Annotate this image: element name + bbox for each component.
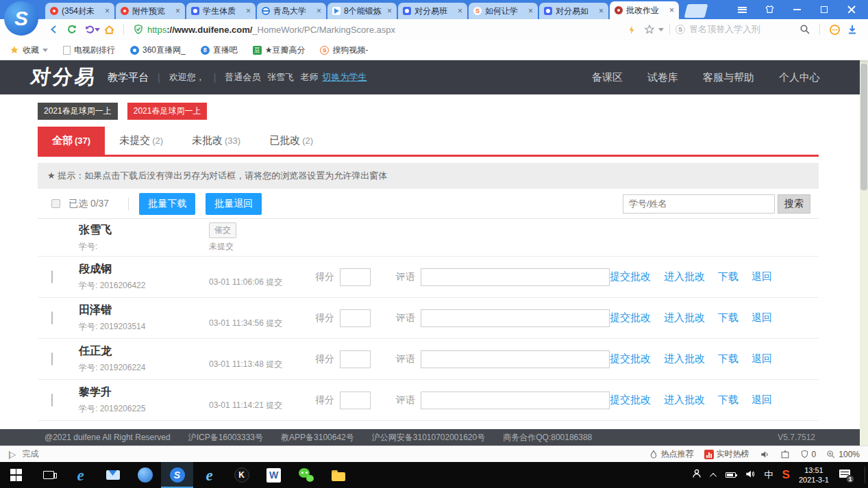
enter-marking-link[interactable]: 进入批改: [664, 311, 705, 324]
taskbar-blue-app[interactable]: [129, 462, 161, 488]
download-link[interactable]: 下载: [718, 311, 739, 324]
bookmark-item[interactable]: 电视剧排行: [63, 44, 115, 56]
zoom-control[interactable]: 100%: [826, 450, 860, 459]
adblock-counter[interactable]: 0: [800, 450, 817, 459]
tab-close-icon[interactable]: ×: [387, 6, 392, 16]
browser-tab-1[interactable]: (354封未 ×: [45, 3, 114, 19]
new-tab-button[interactable]: [684, 4, 708, 18]
maximize-icon[interactable]: [819, 4, 830, 15]
tab-close-icon[interactable]: ×: [317, 6, 321, 16]
browser-tab-7[interactable]: S 如何让学 ×: [469, 3, 538, 19]
start-button[interactable]: [0, 462, 32, 488]
smiley-icon[interactable]: [826, 21, 843, 38]
taskbar-wechat[interactable]: [290, 462, 322, 488]
browser-tab-3[interactable]: 学生体质 ×: [186, 3, 256, 19]
sogou-ime-icon[interactable]: S: [782, 468, 790, 482]
tab-close-icon[interactable]: ×: [669, 5, 674, 15]
ime-indicator[interactable]: 中: [765, 469, 773, 481]
action-center-button[interactable]: 1: [838, 468, 853, 482]
taskbar-explorer[interactable]: [322, 462, 354, 488]
row-checkbox[interactable]: [51, 352, 53, 365]
lightning-icon[interactable]: [623, 21, 641, 38]
enter-marking-link[interactable]: 进入批改: [664, 352, 705, 365]
bookmark-item[interactable]: 8 直播吧: [201, 44, 238, 56]
comment-input[interactable]: [421, 350, 610, 368]
taskbar-clock[interactable]: 13:51 2021-3-1: [799, 465, 829, 485]
return-link[interactable]: 退回: [752, 311, 772, 324]
search-suggestion[interactable]: 冒名顶替入学入刑: [689, 23, 792, 36]
url-field[interactable]: https://www.duifene.com/_HomeWork/PC/Mar…: [147, 25, 623, 35]
refresh-icon[interactable]: [63, 21, 81, 38]
submit-marking-link[interactable]: 提交批改: [610, 270, 651, 283]
switch-to-student-link[interactable]: 切换为学生: [323, 71, 367, 84]
taskbar-ie-2[interactable]: e: [193, 462, 225, 488]
class-tag[interactable]: 2021春足球周一上: [38, 103, 118, 120]
capture-icon[interactable]: [780, 450, 790, 459]
browser-tab-2[interactable]: 附件预览 ×: [116, 3, 185, 19]
browser-tab-5[interactable]: 8个能锻炼 ×: [327, 3, 397, 19]
tab-not-marked[interactable]: 未批改(33): [177, 127, 255, 155]
download-link[interactable]: 下载: [718, 270, 739, 283]
submit-marking-link[interactable]: 提交批改: [610, 352, 651, 365]
return-link[interactable]: 退回: [752, 394, 772, 407]
browser-tab-active[interactable]: 批改作业 ×: [610, 1, 679, 19]
taskbar-sogou-browser[interactable]: S: [161, 462, 193, 488]
favorites-menu[interactable]: 收藏: [10, 44, 48, 56]
download-link[interactable]: 下载: [718, 352, 739, 365]
row-checkbox[interactable]: [51, 394, 53, 407]
search-button[interactable]: 搜索: [778, 194, 810, 214]
browser-tab-4[interactable]: 青岛大学 ×: [257, 3, 326, 19]
row-checkbox[interactable]: [51, 311, 53, 324]
nav-personal-center[interactable]: 个人中心: [779, 71, 820, 84]
minimize-icon[interactable]: [791, 4, 802, 15]
tray-expand-icon[interactable]: [710, 472, 717, 479]
tab-marked[interactable]: 已批改(2): [255, 127, 327, 155]
comment-input[interactable]: [421, 268, 610, 286]
bookmark-item[interactable]: S 搜狗视频-: [320, 44, 368, 56]
close-icon[interactable]: [846, 4, 857, 15]
row-checkbox[interactable]: [51, 270, 53, 283]
enter-marking-link[interactable]: 进入批改: [664, 394, 705, 407]
tab-not-submitted[interactable]: 未提交(2): [105, 127, 177, 155]
show-desktop-button[interactable]: [865, 467, 865, 483]
batch-download-button[interactable]: 批量下载: [139, 193, 195, 215]
nav-prepare[interactable]: 备课区: [592, 71, 623, 84]
class-tag-active[interactable]: 2021春足球周一上: [127, 103, 208, 120]
bookmark-item[interactable]: 豆 ★豆瓣高分: [253, 44, 306, 56]
search-icon[interactable]: [796, 21, 814, 38]
sogou-browser-logo-icon[interactable]: S: [4, 1, 38, 36]
select-all-checkbox[interactable]: [51, 199, 60, 208]
back-icon[interactable]: [45, 21, 63, 38]
shield-icon[interactable]: [129, 21, 147, 38]
submit-marking-link[interactable]: 提交批改: [610, 394, 651, 407]
bookmark-item[interactable]: 360直播网_: [130, 44, 186, 56]
page-scrollbar[interactable]: [860, 60, 868, 446]
tab-close-icon[interactable]: ×: [458, 6, 462, 16]
batch-return-button[interactable]: 批量退回: [206, 193, 262, 215]
urge-submit-button[interactable]: 催交: [209, 222, 236, 238]
comment-input[interactable]: [421, 309, 610, 327]
browser-tab-8[interactable]: 对分易如 ×: [539, 3, 608, 19]
nav-support[interactable]: 客服与帮助: [703, 71, 754, 84]
scrollbar-thumb[interactable]: [860, 64, 867, 190]
tab-close-icon[interactable]: ×: [246, 6, 251, 16]
taskbar-word[interactable]: W: [258, 462, 290, 488]
download-link[interactable]: 下载: [718, 394, 739, 407]
enter-marking-link[interactable]: 进入批改: [664, 270, 705, 283]
student-search-input[interactable]: [623, 194, 775, 214]
nav-exam-bank[interactable]: 试卷库: [647, 71, 678, 84]
download-icon[interactable]: [843, 21, 861, 38]
task-view-button[interactable]: [32, 462, 64, 488]
browser-tab-6[interactable]: 对分易班 ×: [398, 3, 467, 19]
return-link[interactable]: 退回: [752, 270, 772, 283]
score-input[interactable]: [340, 268, 371, 286]
mute-icon[interactable]: [760, 450, 770, 459]
skin-icon[interactable]: [764, 4, 775, 15]
live-hot-list-button[interactable]: 实时热榜: [704, 448, 749, 460]
taskbar-ie[interactable]: e: [64, 462, 97, 488]
tab-close-icon[interactable]: ×: [528, 6, 533, 16]
battery-icon[interactable]: [726, 472, 736, 478]
people-button[interactable]: [691, 468, 703, 482]
hot-recommend-button[interactable]: 热点推荐: [649, 448, 694, 460]
volume-icon[interactable]: [745, 469, 756, 482]
